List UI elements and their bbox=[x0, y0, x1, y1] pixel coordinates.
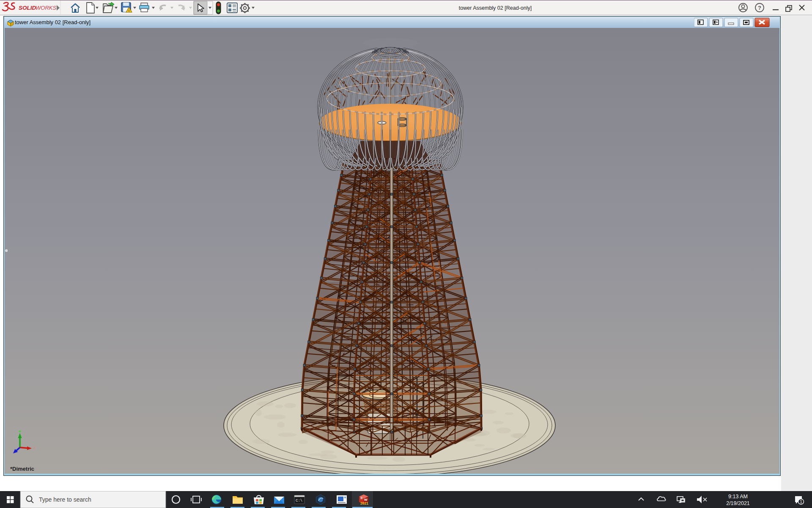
svg-text:x: x bbox=[33, 445, 36, 450]
svg-text:S: S bbox=[360, 496, 363, 500]
svg-text:C:\: C:\ bbox=[296, 499, 302, 503]
svg-text:2021: 2021 bbox=[360, 501, 368, 505]
svg-text:tower Assembly 02 [Read-only]: tower Assembly 02 [Read-only] bbox=[459, 5, 532, 11]
svg-text:Type here to search: Type here to search bbox=[39, 496, 91, 503]
svg-text:SOLID: SOLID bbox=[19, 5, 36, 11]
svg-text:?: ? bbox=[758, 5, 761, 11]
svg-text:1: 1 bbox=[800, 500, 802, 504]
svg-text:9:13 AM: 9:13 AM bbox=[728, 494, 748, 500]
svg-text:2/19/2021: 2/19/2021 bbox=[726, 500, 750, 506]
svg-text:WORKS: WORKS bbox=[36, 5, 56, 11]
svg-text:!: ! bbox=[128, 9, 129, 13]
